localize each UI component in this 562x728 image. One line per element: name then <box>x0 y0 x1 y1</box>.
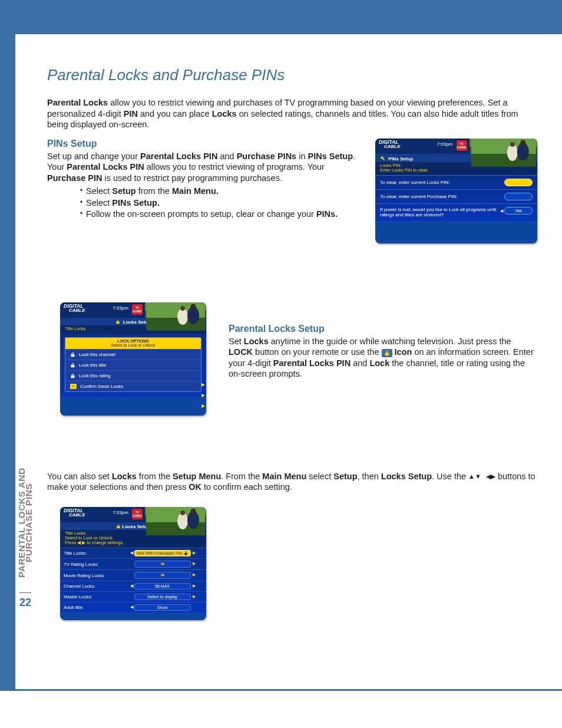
title-locks-row[interactable]: Title Locks:◀Ride With Funkmaster Flex ▶ <box>60 548 206 558</box>
check-icon <box>160 562 165 566</box>
tvguide-icon: TVGUIDE <box>132 509 143 519</box>
page-title: Parental Locks and Purchase PINs <box>47 66 537 84</box>
preview-thumbnail <box>145 302 206 318</box>
intro-bold-pin: PIN <box>124 109 138 118</box>
pins-paragraph: Set up and change your Parental Locks PI… <box>47 151 359 184</box>
left-arrow-icon: ◀ <box>500 209 503 213</box>
also-paragraph: You can also set Locks from the Setup Me… <box>47 471 537 493</box>
right-arrow-icon: ▶ <box>193 551 196 555</box>
locks-paragraph: Set Locks anytime in the guide or while … <box>229 336 537 380</box>
pins-heading: PINs Setup <box>47 139 359 149</box>
svg-rect-7 <box>146 318 205 331</box>
screenshot-locks-setup: DIGITALCABLE 7:03pm TVGUIDE Locks Setup … <box>60 507 206 620</box>
list-item: Select PINs Setup. <box>80 197 359 209</box>
clock: 7:03pm <box>113 510 128 515</box>
svg-rect-13 <box>146 522 205 535</box>
right-arrow-icon: ▶ <box>193 594 196 599</box>
lock-icon <box>70 363 75 368</box>
svg-point-8 <box>177 308 188 325</box>
lock-icon <box>382 349 392 357</box>
right-arrow-icon: ▶ <box>193 584 196 588</box>
lock-title-row[interactable]: Lock this title <box>65 360 201 370</box>
right-arrow-icon: ▶ <box>193 572 196 577</box>
left-arrow-icon: ◀ <box>130 551 133 555</box>
tv-rating-row[interactable]: TV Rating Locks:▶ <box>60 558 206 569</box>
row-locks-pin: To clear, enter current Locks PIN: <box>380 180 449 185</box>
leftright-arrows-icon: ◀▶ <box>486 472 495 480</box>
confirm-locks-row[interactable]: Confirm these Locks <box>65 381 201 391</box>
movie-rating-row[interactable]: Movie Rating Locks:▶ <box>60 569 206 581</box>
svg-point-17 <box>190 508 196 513</box>
scroll-arrows: ▶▶▶ <box>201 380 205 411</box>
svg-rect-1 <box>471 154 535 167</box>
side-label-line2: PURCHASE PINS <box>24 483 34 562</box>
check-icon <box>160 574 165 578</box>
left-arrow-icon: ◀ <box>130 605 133 610</box>
left-stripe <box>0 34 15 690</box>
svg-point-11 <box>190 304 196 309</box>
right-arrow-icon: ▶ <box>193 561 196 566</box>
purchase-pin-field[interactable] <box>504 193 533 200</box>
side-tab: PARENTAL LOCKS AND PURCHASE PINS 22 <box>18 456 32 623</box>
svg-point-2 <box>507 144 517 161</box>
row-power-lost: If power is lost, would you like to Lock… <box>380 207 500 218</box>
top-banner <box>0 0 562 34</box>
svg-point-9 <box>187 307 199 324</box>
wrench-icon <box>380 156 385 161</box>
svg-point-16 <box>180 510 185 515</box>
svg-point-10 <box>180 306 185 311</box>
intro-bold-locks: Locks <box>212 109 237 118</box>
svg-rect-12 <box>146 507 205 522</box>
master-locks-row[interactable]: Master Locks:Select to display▶ <box>60 591 206 602</box>
svg-point-14 <box>177 513 188 529</box>
locks-heading: Parental Locks Setup <box>229 324 537 334</box>
pins-bullets: Select Setup from the Main Menu. Select … <box>80 186 359 220</box>
adult-title-row[interactable]: Adult title:◀Show <box>60 602 206 612</box>
lock-icon <box>70 373 75 378</box>
svg-point-5 <box>520 140 525 145</box>
check-icon <box>70 384 77 389</box>
svg-rect-0 <box>471 139 535 154</box>
lock-channel-row[interactable]: Lock this channel <box>65 349 201 360</box>
left-arrow-icon: ◀ <box>130 584 133 588</box>
tvguide-icon: TVGUIDE <box>457 140 467 151</box>
svg-rect-6 <box>146 302 205 318</box>
lock-icon <box>115 319 120 324</box>
bottom-rule <box>0 689 562 691</box>
tvguide-icon: TVGUIDE <box>132 304 143 315</box>
page-number: 22 <box>18 597 32 609</box>
lock-icon <box>116 524 121 529</box>
list-item: Select Setup from the Main Menu. <box>80 186 359 197</box>
screenshot-locks-options: DIGITALCABLE 7:03pm TVGUIDE Locks Setup … <box>60 302 206 416</box>
list-item: Follow the on-screen prompts to setup, c… <box>80 209 359 220</box>
screen-title: PINs Setup <box>388 156 413 162</box>
updown-arrows-icon: ▲▼ <box>468 472 481 480</box>
yes-button[interactable]: Yes <box>504 207 533 215</box>
preview-thumbnail <box>145 507 206 522</box>
brand-line2: CABLE <box>384 144 401 149</box>
screenshot-pins-setup: DIGITALCABLE 7:03pm TVGUIDE PINs Setup <box>375 139 537 243</box>
lock-icon <box>70 352 75 357</box>
lock-icon <box>184 551 188 555</box>
channel-locks-row[interactable]: Channel Locks:◀98 MAX▶ <box>60 581 206 591</box>
lock-rating-row[interactable]: Lock this rating <box>65 370 201 381</box>
svg-point-3 <box>517 143 528 160</box>
svg-point-4 <box>510 142 514 147</box>
clock: 7:03pm <box>113 305 128 311</box>
intro-paragraph: Parental Locks allow you to restrict vie… <box>47 97 537 130</box>
svg-point-15 <box>187 511 199 529</box>
intro-bold-1: Parental Locks <box>47 98 108 107</box>
row-purchase-pin: To clear, enter current Purchase PIN: <box>380 194 457 199</box>
clock: 7:03pm <box>437 141 453 147</box>
locks-pin-field[interactable] <box>504 179 533 186</box>
preview-thumbnail <box>470 139 538 154</box>
